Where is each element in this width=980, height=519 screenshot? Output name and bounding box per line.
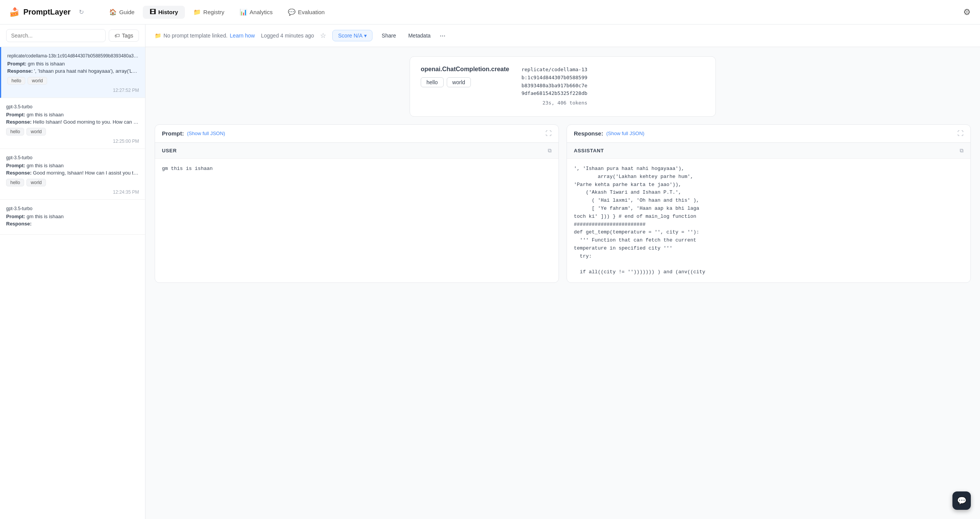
tag-badge: hello (7, 77, 25, 85)
sidebar-item[interactable]: gpt-3.5-turbo Prompt: gm this is ishaan … (0, 98, 145, 149)
model-tag: world (447, 77, 471, 87)
response-message: ', 'Ishaan pura haat nahi hogayaaa'), ar… (567, 159, 970, 282)
tags-button[interactable]: 🏷 Tags (109, 29, 139, 42)
model-card: openai.ChatCompletion.create helloworld … (410, 56, 716, 117)
settings-icon[interactable]: ⚙ (963, 7, 971, 17)
prompt-panel-title: Prompt: (Show full JSON) (162, 130, 225, 137)
tag-badge: hello (6, 179, 24, 186)
item-tags: helloworld (7, 77, 139, 85)
item-title: gpt-3.5-turbo (6, 155, 139, 160)
item-time: 12:27:52 PM (7, 88, 139, 93)
item-prompt: Prompt: gm this is ishaan (6, 163, 139, 168)
item-prompt: Prompt: gm this is ishaan (6, 214, 139, 219)
no-template-text: No prompt template linked. (163, 33, 227, 39)
nav-tab-history[interactable]: 🎞History (143, 6, 185, 19)
metadata-button[interactable]: Metadata (405, 30, 433, 41)
item-prompt: Prompt: gm this is ishaan (7, 61, 139, 67)
panels: Prompt: (Show full JSON) ⛶ USER ⧉ gm thi… (155, 124, 971, 283)
prompt-role-header: USER ⧉ (155, 143, 559, 159)
model-tags: helloworld (421, 77, 509, 87)
nav-tab-icon-guide: 🏠 (109, 8, 117, 16)
prompt-show-json-link[interactable]: (Show full JSON) (187, 131, 225, 136)
score-button[interactable]: Score N/A ▾ (332, 30, 372, 41)
item-response: Response: ', 'Ishaan pura haat nahi hoga… (7, 68, 139, 74)
nav-tab-label-history: History (158, 9, 178, 15)
item-title: gpt-3.5-turbo (6, 206, 139, 211)
nav-tabs: 🏠Guide🎞History📁Registry📊Analytics💬Evalua… (102, 5, 963, 19)
item-response: Response: Good morning, Ishaan! How can … (6, 170, 139, 176)
prompt-title-text: Prompt: (162, 130, 184, 137)
item-response: Response: (6, 221, 139, 227)
sidebar-search: 🏷 Tags (0, 24, 145, 47)
search-input[interactable] (6, 29, 106, 42)
share-button[interactable]: Share (379, 30, 399, 41)
nav-tab-registry[interactable]: 📁Registry (186, 5, 231, 19)
prompt-copy-button[interactable]: ⧉ (548, 147, 552, 154)
logo-area: 🍰 PromptLayer ↻ (9, 7, 84, 17)
nav-tab-icon-analytics: 📊 (240, 8, 247, 16)
more-button[interactable]: ··· (440, 32, 446, 40)
nav-tab-evaluation[interactable]: 💬Evaluation (281, 5, 332, 19)
learn-how-link[interactable]: Learn how (230, 33, 255, 39)
copy-icon: ⧉ (548, 147, 552, 153)
tag-badge: world (28, 77, 47, 85)
response-expand-button[interactable]: ⛶ (957, 130, 964, 137)
sidebar-list: replicate/codellama-13b:1c914d844307b058… (0, 47, 145, 519)
nav-tab-label-guide: Guide (119, 9, 134, 15)
model-call: openai.ChatCompletion.create (421, 66, 509, 73)
sidebar-item[interactable]: gpt-3.5-turbo Prompt: gm this is ishaan … (0, 200, 145, 235)
nav-tab-label-evaluation: Evaluation (298, 9, 325, 15)
model-name-line: 9dfae681542b5325f228db (521, 90, 587, 98)
response-title-text: Response: (574, 130, 603, 137)
model-name-line: replicate/codellama-13 (521, 66, 587, 74)
nav-tab-label-registry: Registry (203, 9, 224, 15)
logo-icon: 🍰 (9, 7, 20, 17)
response-role-label: ASSISTANT (574, 148, 604, 153)
tag-icon: 🏷 (114, 33, 120, 39)
logged-time: Logged 4 minutes ago (261, 33, 314, 39)
content-header: 📁 No prompt template linked. Learn how L… (145, 24, 980, 47)
response-panel-header: Response: (Show full JSON) ⛶ (567, 125, 970, 143)
tags-label: Tags (122, 33, 133, 39)
prompt-panel-content: USER ⧉ gm this is ishaan (155, 143, 559, 179)
item-title: gpt-3.5-turbo (6, 104, 139, 109)
chat-bubble[interactable]: 💬 (952, 491, 971, 510)
response-copy-icon: ⧉ (960, 147, 964, 153)
item-title: replicate/codellama-13b:1c914d844307b058… (7, 53, 139, 59)
response-show-json-link[interactable]: (Show full JSON) (606, 131, 645, 136)
model-call-area: openai.ChatCompletion.create helloworld (421, 66, 509, 87)
nav-tab-icon-registry: 📁 (193, 8, 201, 16)
item-tags: helloworld (6, 179, 139, 186)
nav-tab-icon-history: 🎞 (150, 9, 156, 16)
model-tag: hello (421, 77, 444, 87)
response-role-header: ASSISTANT ⧉ (567, 143, 970, 159)
model-name-line: b:1c914d844307b0588599 (521, 74, 587, 82)
refresh-icon[interactable]: ↻ (79, 8, 84, 16)
prompt-message: gm this is ishaan (155, 159, 559, 179)
star-button[interactable]: ☆ (320, 31, 326, 40)
nav-tab-label-analytics: Analytics (250, 9, 273, 15)
score-label: Score N/A (338, 33, 363, 39)
tag-badge: world (26, 128, 46, 135)
prompt-panel: Prompt: (Show full JSON) ⛶ USER ⧉ gm thi… (155, 124, 559, 283)
item-tags: helloworld (6, 128, 139, 135)
prompt-panel-header: Prompt: (Show full JSON) ⛶ (155, 125, 559, 143)
model-name-line: b8393480a3ba917b660c7e (521, 82, 587, 90)
item-time: 12:25:00 PM (6, 139, 139, 144)
response-panel-content: ASSISTANT ⧉ ', 'Ishaan pura haat nahi ho… (567, 143, 970, 282)
sidebar-item[interactable]: replicate/codellama-13b:1c914d844307b058… (0, 47, 145, 98)
folder-icon: 📁 (155, 33, 161, 39)
prompt-expand-button[interactable]: ⛶ (546, 130, 552, 137)
nav-tab-guide[interactable]: 🏠Guide (102, 5, 141, 19)
item-time: 12:24:35 PM (6, 189, 139, 195)
model-stats: 23s, 406 tokens (521, 99, 587, 107)
content-area: 📁 No prompt template linked. Learn how L… (145, 24, 980, 519)
response-panel-title: Response: (Show full JSON) (574, 130, 644, 137)
nav-tab-icon-evaluation: 💬 (288, 8, 296, 16)
response-copy-button[interactable]: ⧉ (960, 147, 964, 154)
model-info: replicate/codellama-13b:1c914d844307b058… (521, 66, 587, 107)
tag-badge: world (26, 179, 46, 186)
nav-tab-analytics[interactable]: 📊Analytics (233, 5, 279, 19)
prompt-role-label: USER (162, 148, 177, 153)
sidebar-item[interactable]: gpt-3.5-turbo Prompt: gm this is ishaan … (0, 149, 145, 200)
